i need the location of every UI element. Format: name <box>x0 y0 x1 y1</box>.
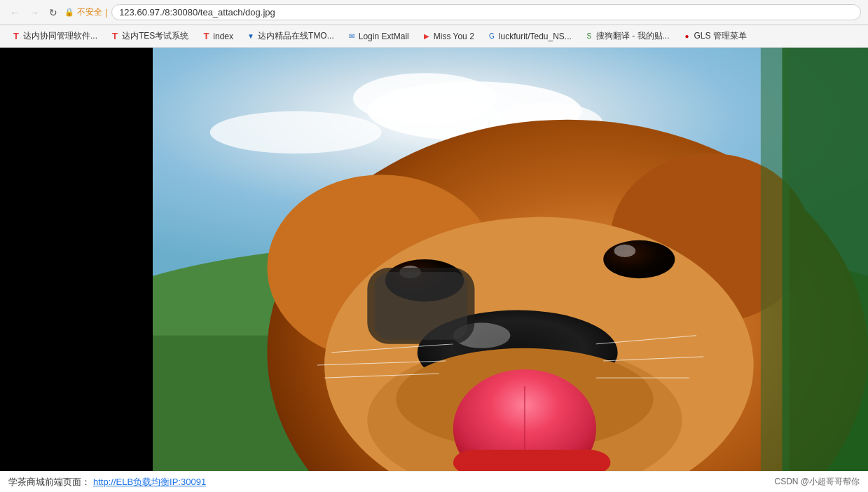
address-bar[interactable]: 123.60.97./8:30080/tea_attach/dog.jpg <box>111 4 861 20</box>
bookmark-label-2: 达内TES考试系统 <box>122 30 188 42</box>
bookmark-icon-9: ● <box>682 32 692 41</box>
main-content <box>0 48 868 471</box>
svg-rect-34 <box>453 450 611 471</box>
svg-point-22 <box>603 240 675 278</box>
dog-scene <box>153 48 868 471</box>
bookmark-label-1: 达内协同管理软件... <box>23 30 97 42</box>
back-button[interactable]: ← <box>7 6 22 20</box>
svg-rect-30 <box>782 48 868 471</box>
forward-button[interactable]: → <box>27 6 42 20</box>
dog-image <box>153 48 868 471</box>
bookmark-icon-4: ▼ <box>246 32 256 41</box>
bookmark-item-gls[interactable]: ● GLS 管理菜单 <box>677 28 752 44</box>
bookmark-item-index[interactable]: T index <box>195 29 239 43</box>
svg-rect-33 <box>375 272 468 340</box>
refresh-button[interactable]: ↻ <box>46 6 60 20</box>
bookmark-label-6: Miss You 2 <box>434 32 474 41</box>
lock-icon: 🔒 <box>64 8 74 17</box>
bookmark-icon-3: T <box>201 32 211 41</box>
bookmark-label-7: luckfurit/Tedu_NS... <box>499 32 572 41</box>
bookmark-icon-7: G <box>487 32 497 41</box>
bookmark-icon-1: T <box>11 32 21 41</box>
bookmark-label-4: 达内精品在线TMO... <box>258 30 334 42</box>
bookmark-item-tes[interactable]: T 达内TES考试系统 <box>104 28 194 44</box>
bookmark-item-missyou[interactable]: ▶ Miss You 2 <box>416 29 480 43</box>
bookmark-item-sougou[interactable]: S 搜狗翻译 - 我的贴... <box>579 28 675 44</box>
image-container <box>0 48 868 471</box>
footer-bar: 学茶商城前端页面： http://ELB负载均衡IP:30091 CSDN @小… <box>0 471 868 492</box>
bookmark-item-luckfurit[interactable]: G luckfurit/Tedu_NS... <box>481 29 577 43</box>
bookmark-label-5: Login ExtMail <box>359 32 409 41</box>
bookmarks-bar: T 达内协同管理软件... T 达内TES考试系统 T index ▼ 达内精品… <box>0 25 868 48</box>
footer-text: 学茶商城前端页面： <box>8 476 90 488</box>
scene-svg <box>153 48 868 471</box>
bookmark-label-3: index <box>213 32 233 41</box>
bookmark-icon-2: T <box>110 32 120 41</box>
play-icon: ▶ <box>422 32 432 41</box>
bookmark-item-daneizxtgl[interactable]: T 达内协同管理软件... <box>6 28 103 44</box>
footer-attribution: CSDN @小超哥哥帮你 <box>774 476 860 488</box>
svg-point-23 <box>614 245 636 257</box>
black-panel <box>0 48 153 471</box>
separator: | <box>105 8 107 18</box>
security-indicator: 🔒 不安全 | <box>64 6 107 18</box>
footer-link[interactable]: http://ELB负载均衡IP:30091 <box>93 476 206 488</box>
bookmark-icon-8: S <box>584 32 594 41</box>
bookmark-item-extmail[interactable]: ✉ Login ExtMail <box>341 29 415 43</box>
security-text: 不安全 <box>77 6 102 18</box>
bookmark-item-tmo[interactable]: ▼ 达内精品在线TMO... <box>240 28 340 44</box>
bookmark-label-9: GLS 管理菜单 <box>694 30 747 42</box>
svg-rect-31 <box>761 48 790 471</box>
page-content: 学茶商城前端页面： http://ELB负载均衡IP:30091 CSDN @小… <box>0 48 868 492</box>
bookmark-icon-5: ✉ <box>347 32 357 41</box>
svg-point-2 <box>353 73 496 123</box>
navigation-bar: ← → ↻ 🔒 不安全 | 123.60.97./8:30080/tea_att… <box>0 0 868 25</box>
bookmark-label-8: 搜狗翻译 - 我的贴... <box>596 30 670 42</box>
footer-left: 学茶商城前端页面： http://ELB负载均衡IP:30091 <box>8 476 206 488</box>
svg-point-4 <box>210 111 382 153</box>
